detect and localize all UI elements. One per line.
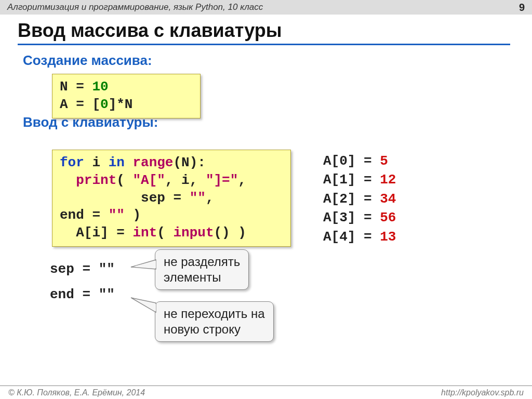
callout-end: не переходить на новую строку [155, 301, 274, 342]
code-token: "" [99, 287, 115, 302]
code-token: "" [109, 207, 125, 223]
output-value: 13 [372, 229, 396, 245]
code-token: , i, [165, 172, 206, 188]
callout-text: не разделять элементы [164, 255, 240, 284]
code-token: = [82, 287, 90, 302]
code-token: "A[" [125, 172, 165, 188]
code-token: ( [157, 225, 165, 241]
code-token: range [132, 155, 173, 170]
code-token: sep [50, 261, 74, 277]
code-token: ) [125, 207, 141, 223]
param-labels: sep = "" end = "" [50, 257, 115, 308]
code-token: = [76, 79, 84, 95]
svg-marker-0 [131, 260, 156, 269]
code-token: "" [99, 261, 115, 277]
output-label: A[4] = [323, 229, 372, 245]
code-token: (N): [173, 155, 205, 170]
code-token [125, 155, 133, 170]
output-value: 56 [372, 210, 396, 225]
code-token: end [50, 287, 74, 302]
svg-marker-2 [131, 298, 156, 312]
slide-title: Ввод массива с клавиатуры [18, 20, 510, 45]
output-label: A[0] = [323, 153, 372, 169]
code-token: i [84, 155, 109, 170]
code-token: = [92, 207, 100, 223]
code-token: sep [141, 190, 165, 206]
code-token: = [173, 190, 181, 206]
section-heading-1: Создание массива: [23, 52, 532, 69]
footer: © К.Ю. Поляков, Е.А. Ерёмин, 2014 http:/… [0, 385, 532, 399]
code-token: N [60, 79, 68, 95]
output-value: 5 [372, 153, 388, 169]
code-token: [ [92, 97, 100, 112]
callout-sep: не разделять элементы [155, 249, 249, 290]
code-token: input [165, 225, 214, 241]
code-token: in [109, 155, 125, 170]
output-label: A[3] = [323, 210, 372, 225]
code-token: A[i] [76, 225, 108, 241]
breadcrumb: Алгоритмизация и программирование, язык … [7, 2, 263, 12]
footer-copyright: © К.Ю. Поляков, Е.А. Ерёмин, 2014 [8, 388, 145, 397]
code-token: ]*N [109, 97, 133, 112]
code-token: "" [190, 190, 206, 206]
code-token: 0 [100, 97, 109, 112]
output-value: 34 [372, 191, 396, 207]
callout-text: не переходить на новую строку [164, 307, 265, 336]
code-token: = [82, 261, 90, 277]
code-token: A [60, 97, 68, 112]
code-box-input-loop: for i in range(N): print( "A[", i, "]=",… [52, 150, 291, 247]
code-token: , [238, 172, 246, 188]
svg-marker-1 [135, 261, 156, 268]
code-token: int [132, 225, 157, 241]
code-token: ( [116, 172, 125, 188]
output-value: 12 [372, 172, 396, 188]
output-label: A[1] = [323, 172, 372, 188]
code-token: "]=" [206, 172, 238, 188]
sample-output: A[0] = 5 A[1] = 12 A[2] = 34 A[3] = 56 A… [323, 152, 396, 246]
output-label: A[2] = [323, 191, 372, 207]
code-token: = [76, 97, 84, 112]
code-token: () ) [214, 225, 246, 241]
svg-marker-3 [136, 300, 156, 311]
footer-url: http://kpolyakov.spb.ru [441, 388, 524, 397]
code-token: for [60, 155, 84, 170]
code-token: = [116, 225, 125, 241]
code-token: 10 [92, 79, 108, 95]
code-box-create-array: N = 10 A = [0]*N [52, 74, 201, 118]
code-token: print [76, 172, 116, 188]
header-bar: Алгоритмизация и программирование, язык … [0, 0, 532, 15]
page-number: 9 [519, 2, 525, 14]
